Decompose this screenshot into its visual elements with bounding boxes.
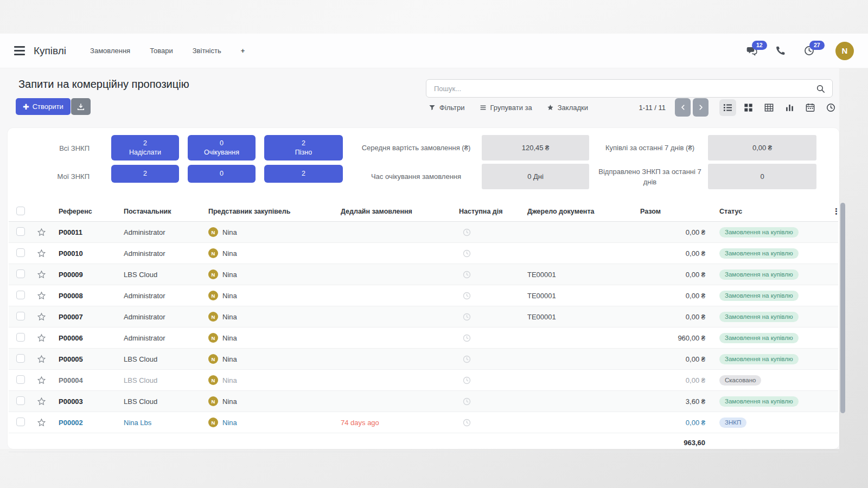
export-button[interactable] xyxy=(71,98,91,115)
col-reference[interactable]: Референс xyxy=(59,208,124,215)
phone-icon xyxy=(775,45,786,56)
search-icon[interactable] xyxy=(816,84,825,93)
kpi-to-send-button[interactable]: 2 Надіслати xyxy=(111,135,179,160)
star-icon[interactable] xyxy=(37,376,46,385)
table-row[interactable]: P00010 Administrator NNina 0,00 ₴ Замовл… xyxy=(9,243,838,264)
rep-avatar: N xyxy=(208,418,218,427)
star-icon[interactable] xyxy=(37,270,46,279)
star-icon[interactable] xyxy=(37,397,46,406)
table-row[interactable]: P00009 LBS Cloud NNina TE00001 0,00 ₴ За… xyxy=(9,264,838,285)
table-row[interactable]: P00006 Administrator NNina 960,00 ₴ Замо… xyxy=(9,328,838,349)
stat-avg-order-label: Середня вартість замовлення (₴) xyxy=(359,136,473,160)
rep-avatar: N xyxy=(208,291,218,300)
row-checkbox[interactable] xyxy=(16,291,25,299)
view-activity-button[interactable] xyxy=(822,99,839,116)
col-supplier[interactable]: Постачальник xyxy=(124,208,208,215)
stat-rfq-sent-7d-value: 0 xyxy=(708,164,816,189)
clock-icon[interactable] xyxy=(462,249,471,258)
clock-icon[interactable] xyxy=(462,333,471,343)
group-by-button[interactable]: Групувати за xyxy=(480,104,532,112)
rep-avatar: N xyxy=(208,312,218,322)
row-checkbox[interactable] xyxy=(16,354,25,363)
view-kanban-button[interactable] xyxy=(740,99,757,116)
row-checkbox[interactable] xyxy=(16,418,25,426)
favorites-button[interactable]: Закладки xyxy=(547,104,588,112)
kpi-my-late-button[interactable]: 2 xyxy=(264,165,343,183)
star-icon[interactable] xyxy=(37,291,46,300)
pager-next-button[interactable] xyxy=(693,98,709,117)
table-row[interactable]: P00003 LBS Cloud NNina 3,60 ₴ Замовлення… xyxy=(9,391,838,412)
search-input[interactable] xyxy=(426,85,816,93)
clock-icon[interactable] xyxy=(462,291,471,300)
status-badge: Замовлення на купівлю xyxy=(719,354,799,364)
star-icon[interactable] xyxy=(37,249,46,258)
search-box xyxy=(426,79,833,98)
row-checkbox[interactable] xyxy=(16,396,25,405)
nav-item-reporting[interactable]: Звітність xyxy=(193,47,221,55)
clock-icon[interactable] xyxy=(462,355,471,364)
create-button[interactable]: ✚ Створити xyxy=(16,98,71,115)
select-all-checkbox[interactable] xyxy=(16,207,25,215)
view-calendar-button[interactable] xyxy=(802,99,819,116)
nav-plus-button[interactable]: + xyxy=(241,47,245,55)
view-list-button[interactable] xyxy=(719,99,736,116)
user-avatar[interactable]: N xyxy=(835,42,854,60)
list-view-icon xyxy=(723,102,733,113)
row-checkbox[interactable] xyxy=(16,312,25,320)
table-row[interactable]: P00005 LBS Cloud NNina 0,00 ₴ Замовлення… xyxy=(9,349,838,370)
row-checkbox[interactable] xyxy=(16,269,25,278)
star-icon[interactable] xyxy=(37,312,46,322)
menu-icon[interactable] xyxy=(14,46,25,55)
col-buyer-rep[interactable]: Представник закупівель xyxy=(208,208,341,215)
star-icon[interactable] xyxy=(37,355,46,364)
clock-icon[interactable] xyxy=(462,397,471,406)
kpi-my-to-send-button[interactable]: 2 xyxy=(111,165,179,183)
page-title: Запити на комерційну пропозицію xyxy=(18,78,189,91)
star-icon[interactable] xyxy=(37,418,46,427)
app-title[interactable]: Купівлі xyxy=(34,45,66,57)
star-icon[interactable] xyxy=(37,228,46,237)
activity-view-icon xyxy=(826,102,836,113)
kpi-late-button[interactable]: 2 Пізно xyxy=(264,135,343,160)
kanban-view-icon xyxy=(743,102,754,113)
view-graph-button[interactable] xyxy=(781,99,798,116)
nav-item-orders[interactable]: Замовлення xyxy=(90,47,130,55)
col-status[interactable]: Статус xyxy=(711,208,832,215)
kpi-waiting-button[interactable]: 0 Очікування xyxy=(188,135,256,160)
col-source-document[interactable]: Джерело документа xyxy=(527,208,640,215)
status-badge: Замовлення на купівлю xyxy=(719,312,799,322)
top-navbar: Купівлі Замовлення Товари Звітність + 12… xyxy=(0,34,868,68)
phone-button[interactable] xyxy=(775,45,786,56)
messages-button[interactable]: 12 xyxy=(746,45,757,56)
view-pivot-button[interactable] xyxy=(761,99,777,116)
kpi-my-waiting-button[interactable]: 0 xyxy=(188,165,256,183)
star-icon[interactable] xyxy=(37,333,46,343)
clock-icon[interactable] xyxy=(462,228,471,237)
row-checkbox[interactable] xyxy=(16,227,25,236)
row-checkbox[interactable] xyxy=(16,248,25,257)
vertical-scrollbar[interactable] xyxy=(840,203,845,413)
col-next-activity[interactable]: Наступна дія xyxy=(459,208,527,215)
table-row[interactable]: P00004 LBS Cloud NNina 0,00 ₴ Скасовано xyxy=(9,370,838,391)
status-badge: Скасовано xyxy=(719,375,761,386)
stat-lead-time-value: 0 Дні xyxy=(482,164,589,189)
status-badge: Замовлення на купівлю xyxy=(719,291,799,301)
table-row[interactable]: P00002 Nina Lbs NNina 74 days ago 0,00 ₴… xyxy=(9,412,838,433)
clock-icon[interactable] xyxy=(462,376,471,385)
col-order-deadline[interactable]: Дедлайн замовлення xyxy=(341,208,459,215)
table-row[interactable]: P00011 Administrator NNina 0,00 ₴ Замовл… xyxy=(9,222,838,243)
clock-icon[interactable] xyxy=(462,270,471,279)
clock-icon[interactable] xyxy=(462,312,471,322)
row-checkbox[interactable] xyxy=(16,375,25,384)
status-badge: Замовлення на купівлю xyxy=(719,333,799,343)
pager-range: 1-11 / 11 xyxy=(639,104,666,112)
activities-button[interactable]: 27 xyxy=(803,45,815,56)
nav-item-products[interactable]: Товари xyxy=(150,47,173,55)
pager-prev-button[interactable] xyxy=(675,98,691,117)
clock-icon[interactable] xyxy=(462,418,471,427)
table-row[interactable]: P00007 Administrator NNina TE00001 0,00 … xyxy=(9,306,838,328)
col-total[interactable]: Разом xyxy=(640,208,711,215)
table-row[interactable]: P00008 Administrator NNina TE00001 0,00 … xyxy=(9,285,838,306)
row-checkbox[interactable] xyxy=(16,333,25,342)
filters-button[interactable]: Фільтри xyxy=(429,104,465,112)
